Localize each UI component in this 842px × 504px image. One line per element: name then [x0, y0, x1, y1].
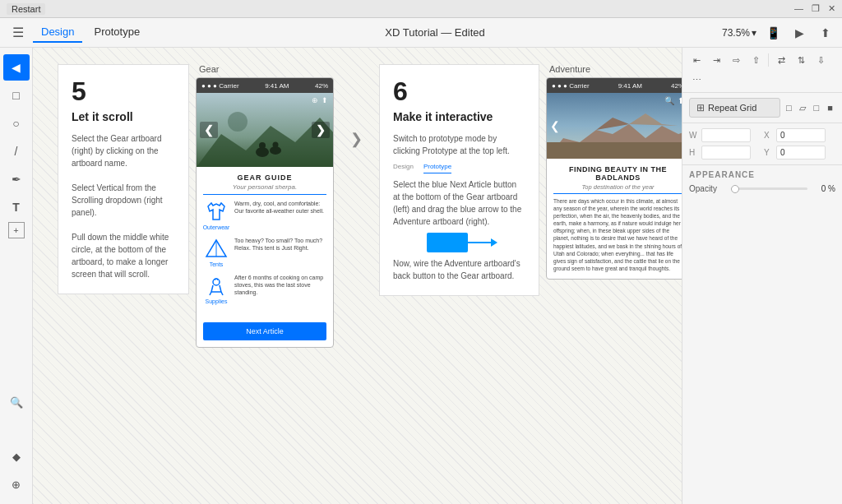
device-preview-btn[interactable]: 📱: [763, 23, 783, 43]
svg-rect-16: [547, 142, 682, 159]
adv-hero-image: ❮ 🔍 ⬆: [547, 93, 682, 159]
gear-guide-title: GEAR GUIDE: [203, 173, 326, 182]
tent-icon: [205, 237, 228, 260]
hamburger-menu[interactable]: ☰: [7, 21, 30, 44]
alignment-toolbar: ⇤ ⇥ ⇨ ⇧ ⇄ ⇅ ⇩ ⋯: [682, 48, 842, 93]
appearance-title: APPEARANCE: [689, 170, 835, 179]
layers-tool-btn[interactable]: ⊕: [3, 471, 30, 497]
window-controls: — ❐ ✕: [794, 3, 835, 14]
text-tool-btn[interactable]: T: [3, 194, 30, 220]
x-field: X: [764, 128, 835, 142]
y-input[interactable]: [776, 146, 826, 160]
title-bar: Restart — ❐ ✕: [0, 0, 842, 18]
menu-bar: ☰ Design Prototype XD Tutorial — Edited …: [0, 18, 842, 48]
rg-action4-btn[interactable]: ■: [825, 99, 835, 117]
step6-number: 6: [393, 78, 525, 104]
right-panel: ⇤ ⇥ ⇨ ⇧ ⇄ ⇅ ⇩ ⋯ ⊞ Repeat Grid □ ▱ □ ■: [682, 48, 842, 504]
jacket-icon: [205, 200, 228, 223]
artboard-tool-btn[interactable]: +: [8, 222, 25, 238]
close-btn[interactable]: ✕: [828, 3, 835, 14]
supplies-label: Supplies: [206, 298, 228, 304]
gear-guide-subtitle: Your personal sherpa.: [203, 183, 326, 195]
arrow-head-icon: [491, 238, 497, 247]
adv-carrier: ● ● ● Carrier: [552, 82, 590, 90]
adv-body-text: There are days which occur in this clima…: [553, 197, 682, 272]
zoom-tool-btn[interactable]: 🔍: [3, 389, 30, 415]
ellipse-tool-btn[interactable]: ○: [3, 110, 30, 136]
prev-slide-btn[interactable]: ❮: [200, 122, 218, 138]
rg-action1-btn[interactable]: □: [784, 99, 794, 117]
arrow-connector: ❯: [350, 130, 363, 148]
tab-prototype[interactable]: Prototype: [86, 22, 148, 43]
align-top-btn[interactable]: ⇧: [747, 51, 765, 69]
gear-artboard-label: Gear: [199, 64, 334, 74]
slider-thumb: [731, 185, 739, 193]
restart-btn[interactable]: Restart: [7, 3, 45, 15]
dp-design-tab[interactable]: Design: [393, 162, 414, 173]
stove-icon: [205, 274, 228, 297]
next-article-btn[interactable]: Next Article: [203, 322, 326, 340]
svg-point-2: [228, 112, 248, 132]
opacity-label: Opacity: [689, 184, 726, 193]
adv-time: 9:41 AM: [618, 82, 642, 90]
step6-text2: Select the blue Next Article button at t…: [393, 178, 525, 228]
dp-prototype-tab[interactable]: Prototype: [423, 162, 451, 173]
rg-action2-btn[interactable]: ▱: [798, 99, 808, 117]
menu-right-controls: 73.5% ▾ 📱 ▶ ⬆: [722, 23, 835, 43]
step6-text1: Switch to prototype mode by clicking Pro…: [393, 132, 525, 157]
next-slide-btn[interactable]: ❯: [312, 122, 330, 138]
bookmark-icon[interactable]: ⬆: [322, 96, 328, 104]
adv-back-btn[interactable]: ❮: [550, 119, 560, 132]
outerwear-text: Warm, dry, cool, and comfortable: Our fa…: [234, 200, 326, 215]
canvas-area: 5 Let it scroll Select the Gear artboard…: [33, 48, 682, 504]
height-field: H: [689, 146, 761, 160]
adv-status-bar: ● ● ● Carrier 9:41 AM 42%: [547, 78, 682, 93]
adv-search-icon[interactable]: 🔍: [664, 96, 674, 105]
opacity-row: Opacity 0 %: [689, 184, 835, 193]
align-bottom-btn[interactable]: ⇩: [812, 51, 830, 69]
align-center-v-btn[interactable]: ⋯: [687, 71, 706, 89]
step6-group: 6 Make it interactive Switch to prototyp…: [379, 64, 682, 296]
repeat-grid-btn[interactable]: ⊞ Repeat Grid: [689, 98, 780, 118]
rg-action3-btn[interactable]: □: [811, 99, 821, 117]
step6-card: 6 Make it interactive Switch to prototyp…: [379, 64, 539, 296]
rectangle-tool-btn[interactable]: □: [3, 82, 30, 109]
adventure-artboard-wrapper: Adventure ● ● ● Carrier 9:41 AM 42%: [546, 64, 682, 280]
align-center-h-btn[interactable]: ⇥: [707, 51, 725, 69]
outerwear-label: Outerwear: [203, 224, 230, 230]
zoom-value: 73.5%: [722, 27, 750, 39]
gear-artboard-wrapper: Gear ● ● ● Carrier 9:41 AM 42%: [196, 64, 334, 348]
battery-label: 42%: [315, 82, 328, 90]
carrier-label: ● ● ● Carrier: [201, 82, 239, 90]
select-tool-btn[interactable]: ◀: [3, 54, 30, 81]
opacity-slider[interactable]: [731, 187, 807, 190]
zoom-dropdown-icon: ▾: [752, 27, 756, 39]
restore-btn[interactable]: ❐: [812, 3, 820, 14]
step5-number: 5: [72, 78, 175, 104]
zoom-control[interactable]: 73.5% ▾: [722, 27, 756, 39]
time-label: 9:41 AM: [265, 82, 289, 90]
y-field: Y: [764, 146, 835, 160]
minimize-btn[interactable]: —: [794, 3, 803, 14]
assets-tool-btn[interactable]: ◆: [3, 443, 30, 469]
share-icon[interactable]: ⊕: [312, 96, 318, 104]
line-tool-btn[interactable]: /: [3, 138, 30, 164]
gear-status-bar: ● ● ● Carrier 9:41 AM 42%: [197, 78, 333, 93]
distribute-v-btn[interactable]: ⇅: [792, 51, 810, 69]
play-btn[interactable]: ▶: [789, 23, 809, 43]
supplies-text: After 6 months of cooking on camp stoves…: [234, 274, 326, 296]
w-input[interactable]: [701, 128, 751, 142]
align-left-btn[interactable]: ⇤: [687, 51, 706, 69]
pen-tool-btn[interactable]: ✒: [3, 166, 30, 192]
h-input[interactable]: [701, 146, 751, 160]
arrow-illustration: [393, 233, 525, 252]
share-btn[interactable]: ⬆: [816, 23, 835, 43]
x-input[interactable]: [776, 128, 826, 142]
align-right-btn[interactable]: ⇨: [727, 51, 745, 69]
tab-design[interactable]: Design: [33, 22, 82, 43]
gear-item-outerwear: Outerwear Warm, dry, cool, and comfortab…: [203, 200, 326, 230]
gear-phone-artboard: ● ● ● Carrier 9:41 AM 42%: [196, 77, 334, 348]
adv-share-icon[interactable]: ⬆: [678, 96, 682, 105]
appearance-section: APPEARANCE Opacity 0 %: [682, 165, 842, 198]
distribute-h-btn[interactable]: ⇄: [772, 51, 790, 69]
